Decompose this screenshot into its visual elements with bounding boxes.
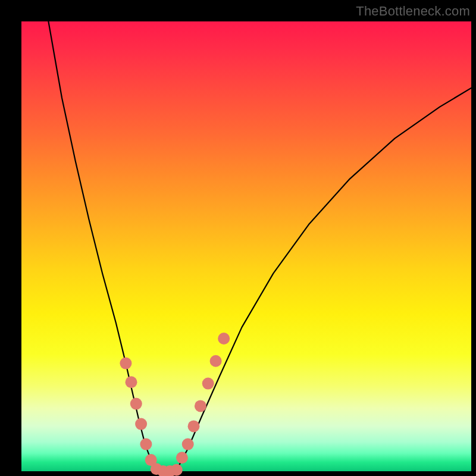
data-marker — [140, 439, 152, 450]
data-marker — [202, 378, 214, 390]
data-marker — [120, 358, 131, 369]
data-marker — [126, 376, 137, 388]
chart-stage: TheBottleneck.com — [0, 0, 476, 476]
marker-group — [120, 333, 230, 476]
curve-svg — [21, 21, 471, 471]
data-marker — [182, 439, 194, 450]
data-marker — [171, 464, 183, 476]
curve-right-branch — [177, 88, 471, 470]
data-marker — [188, 420, 200, 432]
data-marker — [195, 400, 206, 412]
data-marker — [130, 398, 142, 410]
data-marker — [210, 355, 222, 367]
data-marker — [135, 418, 147, 430]
watermark-label: TheBottleneck.com — [356, 4, 470, 19]
data-marker — [176, 452, 188, 464]
plot-area — [21, 21, 471, 471]
data-marker — [218, 333, 230, 345]
